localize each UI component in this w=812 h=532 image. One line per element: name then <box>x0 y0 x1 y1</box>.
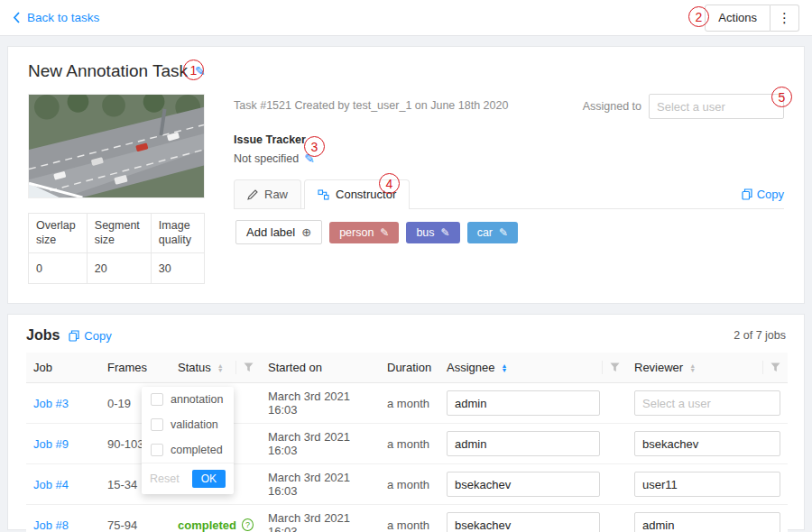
job-duration: a month <box>380 505 439 532</box>
jobs-count: 2 of 7 jobs <box>734 329 786 342</box>
col-duration[interactable]: Duration <box>380 353 439 383</box>
status-filter-option-completed[interactable]: completed <box>142 437 234 463</box>
add-label-button[interactable]: Add label ⊕ <box>235 220 322 244</box>
more-menu-button[interactable]: ⋮ <box>770 5 799 32</box>
job-row-9[interactable]: Job #9 90-103 March 3rd 2021 16:03 a mon… <box>26 424 788 464</box>
labels-tabs: Raw Constructor Copy <box>234 179 784 209</box>
job-started: March 3rd 2021 16:03 <box>261 424 380 464</box>
job-link[interactable]: Job #8 <box>33 518 69 532</box>
task-parameters-table: Overlap size Segment size Image quality … <box>28 213 205 284</box>
checkbox-completed[interactable] <box>151 444 163 456</box>
col-started[interactable]: Started on <box>261 353 380 383</box>
job-reviewer-input[interactable] <box>634 390 780 416</box>
job-reviewer-input[interactable] <box>634 431 780 456</box>
job-status-text: completed <box>178 518 236 532</box>
status-help-icon[interactable]: ? <box>242 518 254 531</box>
copy-icon <box>69 330 79 342</box>
param-header-segment: Segment size <box>87 214 151 253</box>
col-job[interactable]: Job <box>26 353 100 383</box>
status-filter-option-annotation[interactable]: annotation <box>142 387 234 412</box>
annotation-circle-4: 4 <box>379 173 400 194</box>
checkbox-validation[interactable] <box>151 418 163 431</box>
job-started: March 3rd 2021 16:03 <box>261 383 380 424</box>
param-value-overlap: 0 <box>29 253 88 284</box>
job-row-8[interactable]: Job #8 75-94 completed ? March 3rd 2021 … <box>26 505 788 532</box>
actions-button-group: Actions ⋮ <box>705 5 799 32</box>
edit-label-icon[interactable]: ✎ <box>380 226 389 239</box>
tab-raw[interactable]: Raw <box>234 179 301 208</box>
checkbox-annotation[interactable] <box>151 393 163 406</box>
labels-copy-link[interactable]: Copy <box>742 188 784 208</box>
job-assignee-input[interactable] <box>447 472 600 497</box>
status-filter-option-label: annotation <box>171 393 223 406</box>
reviewer-filter-icon[interactable] <box>762 361 780 374</box>
label-tag-car[interactable]: car ✎ <box>467 222 518 243</box>
kebab-icon: ⋮ <box>778 10 791 26</box>
job-assignee-input[interactable] <box>447 512 600 532</box>
job-assignee-input[interactable] <box>447 390 600 416</box>
jobs-table: Job Frames Status ▲▼ Started on Duration <box>26 353 788 532</box>
col-assignee[interactable]: Assignee ▲▼ <box>439 353 627 383</box>
job-assignee-input[interactable] <box>447 431 600 456</box>
labels-copy-label: Copy <box>757 188 784 201</box>
job-started: March 3rd 2021 16:03 <box>261 505 380 532</box>
job-reviewer-input[interactable] <box>634 512 780 532</box>
status-filter-dropdown: annotation validation completed Reset OK <box>142 387 234 494</box>
param-value-quality: 30 <box>151 253 204 284</box>
job-row-4[interactable]: Job #4 15-34 March 3rd 2021 16:03 a mont… <box>26 464 788 505</box>
status-filter-option-label: completed <box>171 444 223 456</box>
col-frames[interactable]: Frames <box>100 353 171 383</box>
assigned-to-label: Assigned to <box>583 100 641 113</box>
back-to-tasks-link[interactable]: Back to tasks <box>13 11 99 24</box>
edit-label-icon[interactable]: ✎ <box>441 226 450 239</box>
label-tag-person[interactable]: person ✎ <box>329 222 399 243</box>
job-duration: a month <box>380 424 439 464</box>
jobs-title: Jobs <box>26 327 60 344</box>
task-preview-image <box>28 94 205 198</box>
param-value-segment: 20 <box>87 253 151 284</box>
annotation-circle-3: 3 <box>304 136 325 157</box>
label-tag-person-name: person <box>339 226 374 239</box>
tab-raw-label: Raw <box>264 188 288 201</box>
status-filter-option-validation[interactable]: validation <box>142 412 234 437</box>
filter-reset-button[interactable]: Reset <box>150 472 180 485</box>
edit-label-icon[interactable]: ✎ <box>499 226 508 239</box>
task-meta-text: Task #1521 Created by test_user_1 on Jun… <box>234 94 508 112</box>
job-duration: a month <box>380 383 439 424</box>
actions-button[interactable]: Actions <box>705 5 770 32</box>
pencil-icon <box>247 189 258 200</box>
jobs-copy-link[interactable]: Copy <box>69 329 111 343</box>
task-card: New Annotation Task ✎ <box>7 46 805 304</box>
job-status-completed: completed ? <box>178 518 254 532</box>
col-reviewer-label: Reviewer <box>634 361 683 374</box>
sort-carets-assignee[interactable]: ▲▼ <box>501 363 507 372</box>
chevron-left-icon <box>13 12 21 23</box>
constructor-icon <box>318 189 329 200</box>
jobs-card: Jobs Copy 2 of 7 jobs Job Frames <box>7 314 805 530</box>
label-tag-car-name: car <box>477 226 493 239</box>
assignee-filter-icon[interactable] <box>602 361 620 374</box>
job-reviewer-input[interactable] <box>634 472 780 497</box>
sort-carets-reviewer[interactable]: ▲▼ <box>689 363 696 372</box>
job-link[interactable]: Job #4 <box>33 478 69 491</box>
job-frames: 75-94 <box>100 505 171 532</box>
label-tag-bus[interactable]: bus ✎ <box>406 222 459 243</box>
issue-tracker-value: Not specified <box>234 152 299 165</box>
job-link[interactable]: Job #3 <box>33 397 69 410</box>
col-status-label: Status <box>178 361 211 374</box>
job-row-3[interactable]: Job #3 0-19 March 3rd 2021 16:03 a month <box>26 383 788 424</box>
job-link[interactable]: Job #9 <box>33 437 69 451</box>
back-to-tasks-label: Back to tasks <box>27 11 99 24</box>
filter-ok-button[interactable]: OK <box>192 470 226 488</box>
labels-list: Add label ⊕ person ✎ bus ✎ car ✎ <box>234 209 784 255</box>
col-reviewer[interactable]: Reviewer ▲▼ <box>627 353 788 383</box>
label-tag-bus-name: bus <box>416 226 434 239</box>
annotation-circle-2: 2 <box>688 6 709 27</box>
page: Back to tasks Actions ⋮ New Annotation T… <box>0 0 812 532</box>
assignee-select-input[interactable] <box>649 94 784 119</box>
add-label-text: Add label <box>246 225 295 239</box>
col-status[interactable]: Status ▲▼ <box>171 353 261 383</box>
status-filter-icon[interactable] <box>235 361 254 374</box>
col-assignee-label: Assignee <box>447 361 494 374</box>
sort-carets-status[interactable]: ▲▼ <box>217 363 224 372</box>
